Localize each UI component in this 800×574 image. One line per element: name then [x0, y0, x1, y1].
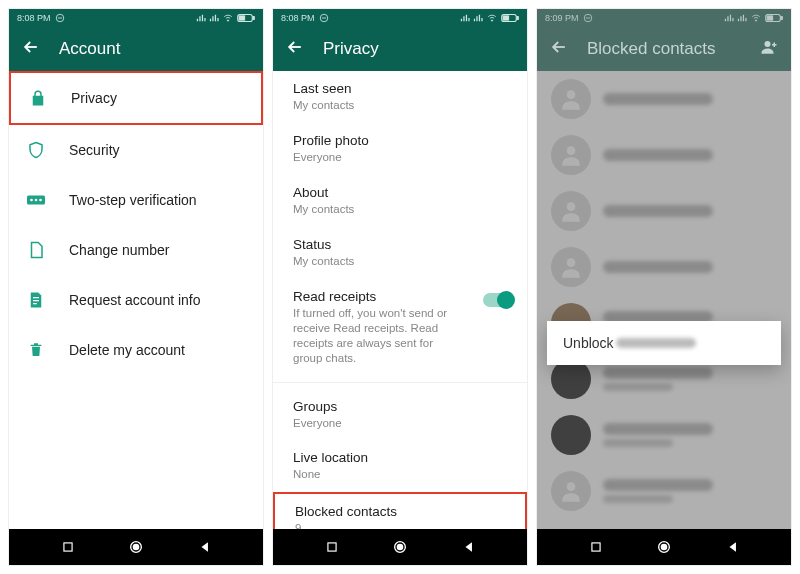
wifi-icon	[750, 13, 762, 23]
privacy-item-groups[interactable]: Groups Everyone	[273, 389, 527, 441]
square-icon	[61, 540, 75, 554]
nav-home-button[interactable]	[654, 537, 674, 557]
item-subtitle: Everyone	[293, 150, 507, 165]
circle-icon	[392, 539, 408, 555]
app-bar: Blocked contacts	[537, 27, 791, 71]
svg-rect-4	[239, 16, 245, 20]
nav-back-button[interactable]	[459, 537, 479, 557]
status-time: 8:08 PM	[281, 13, 315, 23]
battery-icon	[765, 13, 783, 23]
privacy-item-profile[interactable]: Profile photo Everyone	[273, 123, 527, 175]
item-subtitle: My contacts	[293, 98, 507, 113]
dnd-icon	[583, 13, 593, 23]
svg-rect-10	[33, 300, 39, 301]
account-item-security[interactable]: Security	[9, 125, 263, 175]
arrow-left-icon	[21, 37, 41, 57]
svg-point-28	[765, 41, 771, 47]
item-title: Read receipts	[293, 289, 463, 304]
account-item-privacy[interactable]: Privacy	[9, 71, 263, 125]
item-title: About	[293, 185, 507, 200]
svg-rect-20	[327, 543, 335, 551]
item-subtitle: If turned off, you won't send or receive…	[293, 306, 463, 366]
status-bar: 8:08 PM	[273, 9, 527, 27]
item-subtitle: My contacts	[293, 202, 507, 217]
account-list: Privacy Security Two-step verification C…	[9, 71, 263, 529]
add-contact-button[interactable]	[759, 38, 779, 60]
read-receipts-switch[interactable]	[483, 293, 513, 307]
status-time: 8:09 PM	[545, 13, 579, 23]
triangle-left-icon	[726, 540, 740, 554]
android-nav-bar	[273, 529, 527, 565]
privacy-item-status[interactable]: Status My contacts	[273, 227, 527, 279]
battery-icon	[501, 13, 519, 23]
account-item-request-info[interactable]: Request account info	[9, 275, 263, 325]
battery-icon	[237, 13, 255, 23]
nav-home-button[interactable]	[126, 537, 146, 557]
privacy-item-blocked[interactable]: Blocked contacts 9	[273, 492, 527, 529]
unblock-label: Unblock	[563, 335, 614, 351]
app-bar: Privacy	[273, 27, 527, 71]
nav-recent-button[interactable]	[58, 537, 78, 557]
triangle-left-icon	[198, 540, 212, 554]
back-button[interactable]	[21, 37, 41, 61]
svg-point-22	[397, 544, 402, 549]
contact-name-inline	[616, 338, 696, 348]
back-button[interactable]	[549, 37, 569, 61]
nav-recent-button[interactable]	[322, 537, 342, 557]
svg-point-14	[133, 544, 138, 549]
account-item-delete[interactable]: Delete my account	[9, 325, 263, 375]
nav-back-button[interactable]	[723, 537, 743, 557]
nav-back-button[interactable]	[195, 537, 215, 557]
triangle-left-icon	[462, 540, 476, 554]
signal-icon	[473, 13, 483, 23]
unblock-menu[interactable]: Unblock	[547, 321, 781, 365]
privacy-item-about[interactable]: About My contacts	[273, 175, 527, 227]
svg-point-7	[35, 199, 38, 202]
circle-icon	[656, 539, 672, 555]
privacy-list: Last seen My contacts Profile photo Ever…	[273, 71, 527, 529]
item-label: Two-step verification	[69, 192, 197, 208]
shield-icon	[25, 139, 47, 161]
item-subtitle: 9	[295, 521, 465, 529]
privacy-item-live-location[interactable]: Live location None	[273, 440, 527, 492]
square-icon	[589, 540, 603, 554]
divider	[273, 382, 527, 383]
privacy-item-read-receipts[interactable]: Read receipts If turned off, you won't s…	[273, 279, 527, 376]
modal-scrim[interactable]	[537, 71, 791, 529]
item-title: Profile photo	[293, 133, 507, 148]
person-add-icon	[759, 38, 779, 56]
nav-home-button[interactable]	[390, 537, 410, 557]
screen-privacy: 8:08 PM Privacy Last seen My contacts Pr	[272, 8, 528, 566]
square-icon	[325, 540, 339, 554]
svg-point-24	[755, 20, 756, 21]
svg-rect-26	[781, 17, 782, 20]
blocked-contacts-list: Unblock	[537, 71, 791, 529]
back-button[interactable]	[285, 37, 305, 61]
dnd-icon	[319, 13, 329, 23]
signal-icon	[724, 13, 734, 23]
account-item-change-number[interactable]: Change number	[9, 225, 263, 275]
svg-point-8	[39, 199, 42, 202]
svg-rect-3	[253, 17, 254, 20]
circle-icon	[128, 539, 144, 555]
dnd-icon	[55, 13, 65, 23]
item-label: Security	[69, 142, 120, 158]
android-nav-bar	[9, 529, 263, 565]
account-item-twostep[interactable]: Two-step verification	[9, 175, 263, 225]
item-subtitle: My contacts	[293, 254, 507, 269]
status-time: 8:08 PM	[17, 13, 51, 23]
wifi-icon	[486, 13, 498, 23]
status-bar: 8:09 PM	[537, 9, 791, 27]
trash-icon	[25, 339, 47, 361]
nav-recent-button[interactable]	[586, 537, 606, 557]
app-bar: Account	[9, 27, 263, 71]
page-title: Blocked contacts	[587, 39, 759, 59]
privacy-item-lastseen[interactable]: Last seen My contacts	[273, 71, 527, 123]
svg-point-6	[30, 199, 33, 202]
signal-icon	[737, 13, 747, 23]
item-label: Change number	[69, 242, 169, 258]
item-title: Groups	[293, 399, 507, 414]
item-subtitle: Everyone	[293, 416, 507, 431]
item-title: Live location	[293, 450, 507, 465]
svg-rect-27	[767, 16, 773, 20]
